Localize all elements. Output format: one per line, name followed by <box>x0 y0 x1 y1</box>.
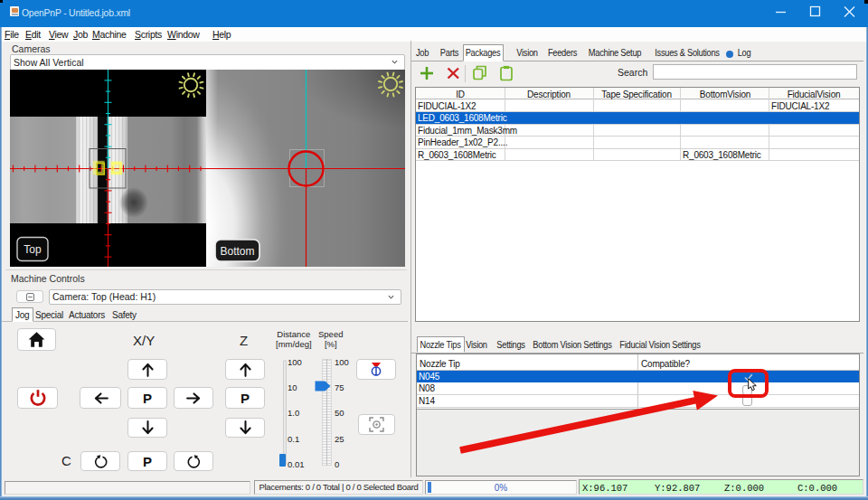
svg-text:Top: Top <box>24 243 42 256</box>
svg-text:Bottom: Bottom <box>220 245 254 258</box>
